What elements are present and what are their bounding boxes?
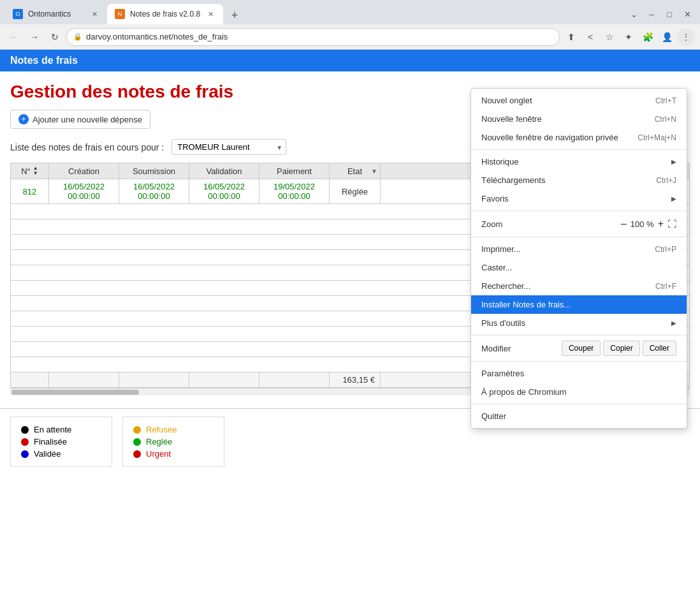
cell-num-value: 812	[23, 187, 37, 196]
new-tab-button[interactable]: +	[226, 6, 244, 24]
menu-cut-button[interactable]: Couper	[562, 341, 601, 356]
back-button[interactable]: ←	[5, 28, 23, 46]
reload-button[interactable]: ↻	[46, 28, 64, 46]
close-window-button[interactable]: ✕	[680, 6, 695, 22]
zoom-value: 100 %	[631, 219, 654, 229]
scroll-thumb[interactable]	[11, 390, 139, 395]
dot-refusee	[133, 426, 141, 434]
menu-item-private-window-shortcut: Ctrl+Maj+N	[638, 133, 676, 142]
tab-favicon-1: O	[13, 9, 23, 19]
minimize-button[interactable]: –	[644, 6, 659, 22]
col-validation-label: Validation	[206, 166, 242, 176]
nav-bar-right: ⬆ < ☆ ✦ 🧩 👤 ⋮	[562, 28, 695, 46]
cell-creation: 16/05/202200:00:00	[49, 179, 119, 204]
bookmark-icon[interactable]: ⬆	[562, 28, 580, 46]
col-header-creation: Création	[49, 163, 119, 179]
puzzle-icon[interactable]: 🧩	[639, 28, 657, 46]
zoom-minus-button[interactable]: –	[621, 218, 627, 230]
menu-item-print[interactable]: Imprimer... Ctrl+P	[471, 240, 687, 258]
menu-item-search-shortcut: Ctrl+F	[655, 282, 676, 291]
col-num-label: N°	[21, 166, 31, 176]
cell-paiement-value: 19/05/202200:00:00	[273, 182, 315, 201]
menu-item-history-label: Historique	[481, 157, 519, 166]
col-header-num[interactable]: N° ▲ ▼	[11, 163, 49, 179]
tab-close-2[interactable]: ✕	[205, 9, 215, 19]
legend-validee: Validée	[21, 449, 101, 459]
address-bar[interactable]: 🔒 darvoy.ontomantics.net/notes_de_frais	[66, 28, 560, 46]
forward-button[interactable]: →	[26, 28, 43, 46]
zoom-controls: – 100 % + ⛶	[621, 218, 676, 230]
context-menu: Nouvel onglet Ctrl+T Nouvelle fenêtre Ct…	[470, 88, 687, 429]
legend-box-right: Refusée Reglée Urgent	[122, 416, 224, 467]
menu-edit-row: Modifier Couper Copier Coller	[471, 338, 687, 358]
tab-notes[interactable]: N Notes de frais v2.0.8 ✕	[107, 4, 223, 24]
lock-icon: 🔒	[73, 33, 82, 41]
cell-validation: 16/05/202200:00:00	[189, 179, 259, 204]
footer-cell-5	[259, 372, 330, 388]
menu-item-more-tools-label: Plus d'outils	[481, 318, 525, 328]
col-creation-label: Création	[68, 166, 99, 176]
menu-history-arrow: ▶	[671, 158, 676, 165]
dot-reglee	[133, 438, 141, 446]
dot-finalisee	[21, 438, 29, 446]
tab-close-1[interactable]: ✕	[89, 9, 99, 19]
profile-icon[interactable]: 👤	[658, 28, 676, 46]
menu-item-settings[interactable]: Paramètres	[471, 364, 687, 383]
footer-amount1: 163,15 €	[330, 372, 381, 388]
menu-item-install[interactable]: Installer Notes de frais...	[471, 295, 687, 314]
col-header-etat[interactable]: Etat ▼	[330, 163, 381, 179]
address-text: darvoy.ontomantics.net/notes_de_frais	[86, 32, 553, 41]
menu-item-quit[interactable]: Quitter	[471, 407, 687, 425]
col-header-validation: Validation	[189, 163, 259, 179]
legend-finalisee-label: Finalisée	[34, 437, 67, 446]
list-header-text: Liste des notes de frais en cours pour :	[10, 142, 164, 152]
menu-icon[interactable]: ⋮	[677, 28, 695, 46]
filter-icon[interactable]: ▼	[371, 168, 377, 175]
legend-reglee: Reglée	[133, 437, 214, 446]
menu-item-more-tools[interactable]: Plus d'outils ▶	[471, 314, 687, 332]
menu-item-about[interactable]: À propos de Chromium	[471, 383, 687, 401]
menu-item-about-label: À propos de Chromium	[481, 387, 567, 397]
menu-item-print-shortcut: Ctrl+P	[655, 245, 676, 254]
menu-item-quit-label: Quitter	[481, 411, 506, 421]
menu-edit-label: Modifier	[481, 344, 559, 353]
tab-ontomantics[interactable]: O Ontomantics ✕	[5, 4, 107, 24]
menu-item-private-window[interactable]: Nouvelle fenêtre de navigation privée Ct…	[471, 128, 687, 147]
dot-urgent	[133, 450, 141, 458]
menu-item-new-window[interactable]: Nouvelle fenêtre Ctrl+N	[471, 110, 687, 128]
menu-item-search[interactable]: Rechercher... Ctrl+F	[471, 277, 687, 295]
add-button-label: Ajouter une nouvelle dépense	[33, 115, 142, 124]
menu-separator-2	[471, 210, 687, 211]
menu-copy-button[interactable]: Copier	[603, 341, 639, 356]
plus-icon: +	[18, 114, 29, 124]
star-icon[interactable]: ☆	[601, 28, 618, 46]
menu-item-new-window-shortcut: Ctrl+N	[655, 115, 676, 124]
legend-finalisee: Finalisée	[21, 437, 101, 446]
page-content: Notes de frais Gestion des notes de frai…	[0, 50, 700, 597]
menu-item-history[interactable]: Historique ▶	[471, 152, 687, 171]
menu-item-downloads[interactable]: Téléchargements Ctrl+J	[471, 171, 687, 189]
col-paiement-label: Paiement	[277, 166, 312, 176]
nav-bar: ← → ↻ 🔒 darvoy.ontomantics.net/notes_de_…	[0, 24, 700, 50]
maximize-button[interactable]: □	[662, 6, 677, 22]
app-header-title: Notes de frais	[10, 55, 78, 66]
zoom-plus-button[interactable]: +	[658, 218, 664, 230]
cell-num: 812	[11, 179, 49, 204]
add-expense-button[interactable]: + Ajouter une nouvelle dépense	[10, 110, 150, 129]
extension-icon[interactable]: ✦	[620, 28, 638, 46]
user-select[interactable]: TROMEUR Laurent	[171, 139, 286, 155]
footer-cell-1	[11, 372, 49, 388]
menu-item-favorites[interactable]: Favoris ▶	[471, 189, 687, 208]
menu-item-cast[interactable]: Caster...	[471, 258, 687, 277]
sort-icon[interactable]: ▲ ▼	[33, 166, 38, 176]
menu-item-cast-label: Caster...	[481, 263, 512, 272]
footer-cell-4	[189, 372, 259, 388]
menu-item-zoom-label: Zoom	[481, 219, 502, 229]
menu-paste-button[interactable]: Coller	[643, 341, 676, 356]
menu-item-new-tab[interactable]: Nouvel onglet Ctrl+T	[471, 91, 687, 110]
share-icon[interactable]: <	[581, 28, 599, 46]
cell-etat: Réglée	[330, 179, 381, 204]
legend-validee-label: Validée	[34, 449, 61, 459]
zoom-fullscreen-button[interactable]: ⛶	[667, 219, 676, 229]
tab-search-icon[interactable]: ⌄	[626, 6, 641, 22]
